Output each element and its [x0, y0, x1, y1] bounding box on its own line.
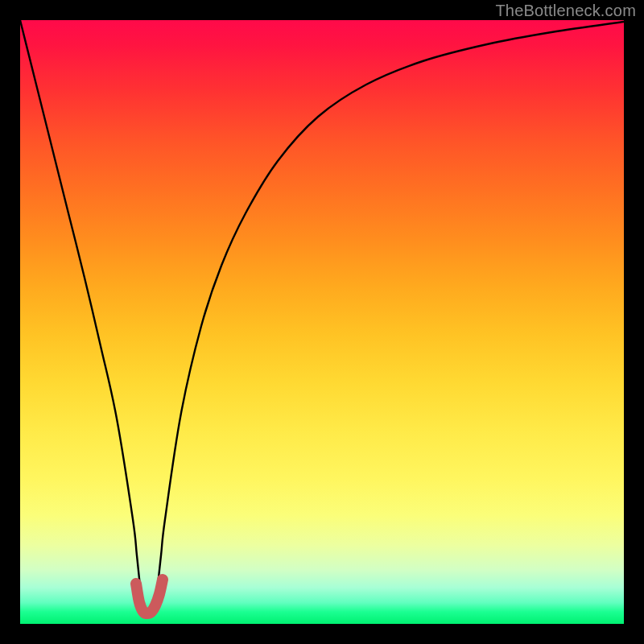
outer-frame: TheBottleneck.com [0, 0, 644, 644]
plot-area [20, 20, 624, 624]
watermark-text: TheBottleneck.com [495, 2, 636, 20]
curve-svg [20, 20, 624, 624]
bottleneck-curve [20, 20, 624, 610]
highlight-minimum [136, 580, 163, 613]
